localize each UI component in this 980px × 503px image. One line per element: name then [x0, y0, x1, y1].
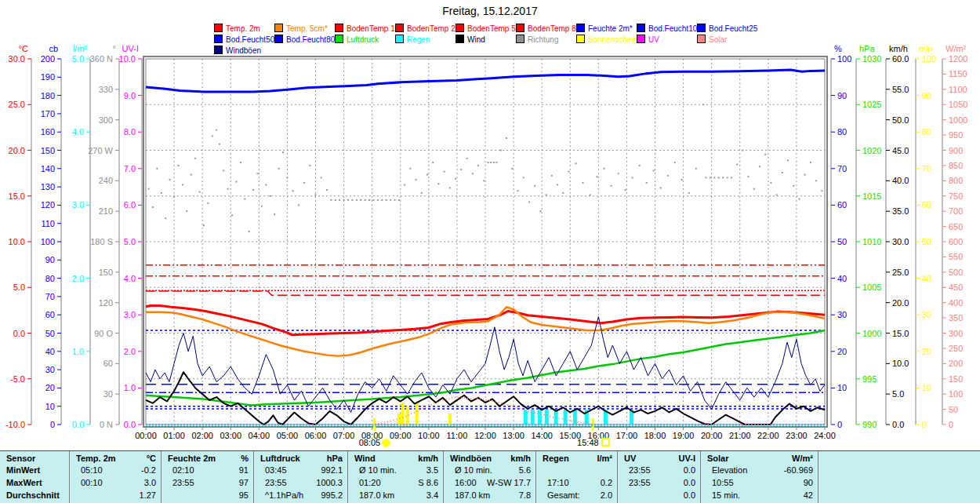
richtung-dot [667, 175, 669, 177]
richtung-dot [244, 199, 245, 200]
richtung-dot [705, 177, 706, 178]
table-row [536, 464, 617, 476]
axis-label-wm2: 1200 [949, 54, 967, 64]
x-label: 09:00 [390, 431, 412, 440]
table-row: 01:20S 8.6 [348, 476, 443, 489]
richtung-dot [368, 199, 370, 201]
richtung-dot [231, 214, 233, 216]
column-unit: hPa [327, 454, 343, 464]
table-column-windboeen: Windböenkm/hØ 10 min.5.616:00W-SW 17.718… [443, 451, 535, 503]
axis-label-cb: 30 [45, 365, 55, 374]
richtung-dot [590, 194, 591, 195]
axis-label-pct: 90 [837, 91, 847, 100]
cell-value: -0.2 [141, 465, 156, 475]
table-row: 23:550.0 [618, 476, 700, 489]
axis-label-wm2: 650 [949, 222, 963, 231]
bar-sonnenschein [401, 403, 405, 425]
richtung-dot [495, 162, 497, 163]
x-label: 18:00 [644, 431, 666, 440]
richtung-dot [381, 199, 383, 201]
richtung-dot [169, 179, 171, 180]
richtung-dot [646, 182, 648, 184]
axis-label-temp: 20.0 [9, 146, 25, 155]
table-row: 187.0 km3.4 [348, 489, 443, 501]
richtung-dot [681, 179, 683, 180]
richtung-dot [416, 179, 417, 180]
bar-sonnenschein [416, 403, 419, 425]
richtung-dot [321, 177, 322, 178]
richtung-dot [286, 177, 288, 178]
cell-value: 1.27 [140, 490, 156, 500]
richtung-dot [360, 199, 361, 201]
axis-label-temp: 25.0 [9, 100, 25, 109]
table-row: Ø 10 min.5.6 [444, 464, 535, 476]
axis-label-wm2: 600 [949, 237, 963, 246]
sunset-icon [601, 438, 610, 447]
axis-label-deg: 240 [99, 176, 113, 185]
table-column-luftdruck: LuftdruckhPa03:45992.123:551000.3^1.1hPa… [253, 451, 347, 503]
richtung-dot [282, 151, 284, 153]
table-row: 00:103.0 [70, 476, 161, 489]
x-label: 24:00 [814, 431, 836, 440]
axis-label-wm2: 550 [949, 252, 963, 261]
axis-label-deg: 60 [103, 359, 113, 368]
table-row: 03:45992.1 [254, 464, 347, 476]
axis-label-wm2: 150 [949, 374, 963, 384]
x-label: 13:00 [503, 431, 524, 440]
axis-label-wm2: 750 [949, 191, 963, 201]
axis-label-deg: 210 [99, 206, 113, 216]
column-title: Wind [354, 454, 376, 464]
table-row: Gesamt:2.0 [536, 489, 617, 501]
richtung-dot [274, 213, 275, 215]
axis-label-deg: 270 W [88, 146, 113, 155]
richtung-dot [702, 104, 704, 105]
cell-value: 42 [804, 490, 813, 500]
table-row: 187.0 km7.8 [444, 489, 535, 501]
column-title: Sensor [6, 454, 35, 464]
richtung-dot [298, 204, 299, 206]
x-label: 23:00 [786, 431, 808, 440]
axis-label-wm2: 500 [949, 268, 963, 277]
axis-unit-temp: °C [19, 44, 28, 53]
axis-label-kmh: 20.0 [892, 298, 909, 308]
table-header-temp-2m: Temp. 2m°C [70, 451, 161, 464]
richtung-dot [731, 177, 732, 178]
column-title: UV [624, 454, 636, 464]
richtung-dot [770, 182, 771, 184]
bar-regen [538, 410, 542, 425]
richtung-dot [639, 165, 641, 166]
cell-label: 00:10 [81, 478, 103, 487]
richtung-dot [365, 199, 366, 201]
axis-label-kmh: 50.0 [892, 115, 909, 125]
cell-label: ^1.1hPa/h [265, 490, 303, 500]
table-header-luftdruck: LuftdruckhPa [254, 451, 347, 464]
axis-label-wm2: 50 [949, 405, 958, 414]
richtung-dot [466, 158, 468, 159]
x-label: 02:00 [191, 431, 213, 440]
axis-label-wm2: 1050 [949, 100, 967, 109]
richtung-dot [223, 169, 224, 171]
bar-regen [531, 410, 535, 425]
richtung-dot [604, 168, 605, 169]
axis-label-wm2: 1150 [949, 69, 967, 78]
table-filler [818, 451, 980, 503]
axis-label-temp: 15.0 [9, 191, 25, 201]
richtung-dot [776, 194, 778, 195]
richtung-dot [713, 177, 715, 178]
richtung-dot [748, 176, 750, 177]
axis-label-wm2: 300 [949, 329, 963, 338]
axis-label-wm2: 250 [949, 344, 963, 353]
column-title: Temp. 2m [76, 454, 116, 464]
richtung-dot [551, 175, 553, 177]
cell-value: 3.5 [426, 465, 438, 475]
axis-label-uv: 6.0 [124, 200, 136, 210]
axis-unit-hpa: hPa [859, 44, 875, 53]
axis-label-wm2: 800 [949, 176, 963, 185]
table-column-uv: UVUV-I23:550.023:550.00.0 [617, 451, 700, 503]
axis-label-hpa: 990 [862, 420, 877, 429]
richtung-dot [343, 199, 345, 201]
column-title: Solar [707, 454, 729, 464]
column-unit: km/h [510, 454, 531, 464]
axis-label-min: 30 [922, 310, 931, 319]
richtung-dot [303, 182, 305, 184]
